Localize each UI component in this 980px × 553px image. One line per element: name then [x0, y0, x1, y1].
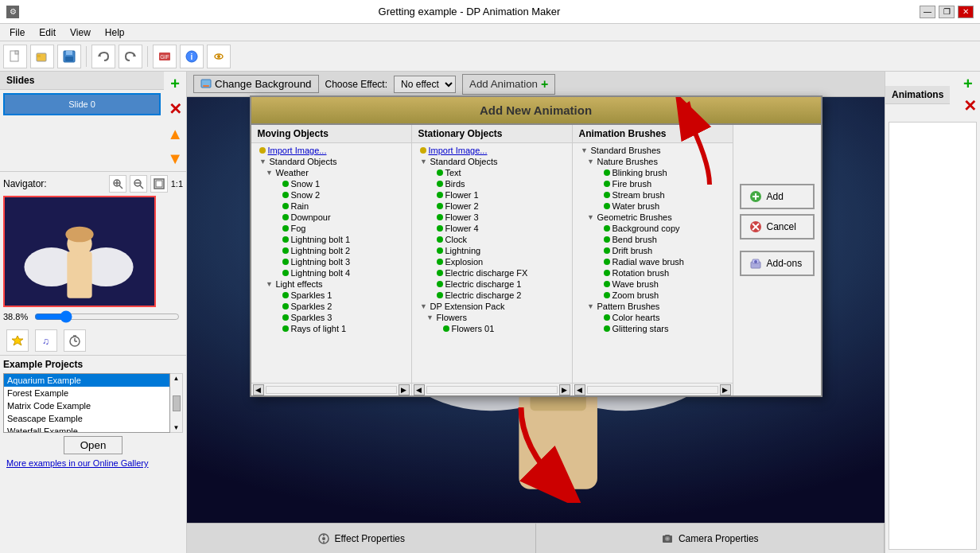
menu-help[interactable]: Help: [99, 25, 131, 40]
blinking-brush-item[interactable]: Blinking brush: [574, 167, 731, 178]
stream-brush-item[interactable]: Stream brush: [574, 189, 731, 201]
list-scroll-down[interactable]: ▼: [173, 424, 180, 431]
modal-cancel-button[interactable]: Cancel: [740, 214, 815, 240]
undo-button[interactable]: [91, 45, 115, 68]
radial-wave-item[interactable]: Radial wave brush: [574, 256, 731, 267]
h-scroll-left-stat[interactable]: ◀: [414, 384, 425, 395]
fire-brush-item[interactable]: Fire brush: [574, 178, 731, 189]
move-slide-down-button[interactable]: ▼: [167, 150, 183, 168]
rain-item[interactable]: Rain: [253, 201, 410, 212]
lightning-bolt-4-item[interactable]: Lightning bolt 4: [253, 267, 410, 278]
snow2-item[interactable]: Snow 2: [253, 189, 410, 201]
example-item-2[interactable]: Matrix Code Example: [4, 399, 169, 412]
h-scroll-right-stat[interactable]: ▶: [559, 384, 570, 395]
birds-item[interactable]: Birds: [414, 178, 570, 189]
modal-addons-button[interactable]: Add-ons: [740, 251, 815, 276]
flower1-item[interactable]: Flower 1: [414, 189, 570, 201]
h-scroll-right-moving[interactable]: ▶: [399, 384, 410, 395]
example-item-4[interactable]: Waterfall Example: [4, 425, 169, 433]
dp-ext-pack[interactable]: ▼ DP Extension Pack: [414, 301, 570, 312]
light-effects-group[interactable]: ▼ Light effects: [253, 278, 410, 290]
restore-button[interactable]: ❐: [939, 6, 955, 18]
weather-group[interactable]: ▼ Weather: [253, 167, 410, 178]
menu-edit[interactable]: Edit: [33, 25, 62, 40]
new-button[interactable]: [3, 45, 27, 68]
bg-copy-item[interactable]: Background copy: [574, 223, 731, 234]
menu-file[interactable]: File: [3, 25, 31, 40]
delete-animation-button[interactable]: ✕: [963, 96, 977, 115]
sparkles2-item[interactable]: Sparkles 2: [253, 301, 410, 312]
snow1-item[interactable]: Snow 1: [253, 178, 410, 189]
sparkles3-item[interactable]: Sparkles 3: [253, 312, 410, 323]
standard-brushes-group[interactable]: ▼ Standard Brushes: [574, 145, 731, 156]
music-button[interactable]: ♫: [35, 329, 57, 352]
redo-button[interactable]: [119, 45, 142, 68]
rays-item[interactable]: Rays of light 1: [253, 323, 410, 334]
example-item-3[interactable]: Seascape Example: [4, 412, 169, 425]
electric-fx-item[interactable]: Electric discharge FX: [414, 267, 570, 278]
pattern-brushes-group[interactable]: ▼ Pattern Brushes: [574, 301, 731, 312]
lightning-bolt-1-item[interactable]: Lightning bolt 1: [253, 234, 410, 245]
flowers-group[interactable]: ▼ Flowers: [414, 312, 570, 323]
water-brush-item[interactable]: Water brush: [574, 201, 731, 212]
drift-brush-item[interactable]: Drift brush: [574, 245, 731, 256]
gallery-link[interactable]: More examples in our Online Gallery: [3, 458, 152, 468]
h-scroll-left-moving[interactable]: ◀: [253, 384, 264, 395]
list-scroll-up[interactable]: ▲: [173, 375, 180, 382]
bend-brush-item[interactable]: Bend brush: [574, 234, 731, 245]
lightning-bolt-2-item[interactable]: Lightning bolt 2: [253, 245, 410, 256]
lightning-item[interactable]: Lightning: [414, 245, 570, 256]
electric2-item[interactable]: Electric discharge 2: [414, 290, 570, 301]
flower2-item[interactable]: Flower 2: [414, 201, 570, 212]
import-image-moving[interactable]: Import Image...: [253, 145, 410, 156]
geometric-brushes-group[interactable]: ▼ Geometric Brushes: [574, 212, 731, 223]
open-button[interactable]: [30, 45, 54, 68]
zoom-slider[interactable]: [34, 310, 180, 323]
close-button[interactable]: ✕: [958, 6, 974, 18]
flowers01-item[interactable]: Flowers 01: [414, 323, 570, 334]
clock-item[interactable]: Clock: [414, 234, 570, 245]
save-button[interactable]: [57, 45, 81, 68]
glittering-stars-item[interactable]: Glittering stars: [574, 323, 731, 334]
delete-slide-button[interactable]: ✕: [169, 99, 182, 119]
downpour-item[interactable]: Downpour: [253, 212, 410, 223]
flower3-item[interactable]: Flower 3: [414, 212, 570, 223]
timer-button[interactable]: [64, 329, 86, 352]
fog-item[interactable]: Fog: [253, 223, 410, 234]
color-hearts-item[interactable]: Color hearts: [574, 312, 731, 323]
sparkles1-item[interactable]: Sparkles 1: [253, 290, 410, 301]
settings-button[interactable]: [207, 45, 231, 68]
modal-add-button[interactable]: Add: [740, 184, 815, 209]
h-scroll-right-brush[interactable]: ▶: [720, 384, 731, 395]
explosion-item[interactable]: Explosion: [414, 256, 570, 267]
moving-objects-tree[interactable]: Import Image... ▼ Standard Objects ▼ Wea…: [251, 143, 411, 383]
menu-view[interactable]: View: [64, 25, 97, 40]
example-item-1[interactable]: Forest Example: [4, 387, 169, 399]
stationary-objects-tree[interactable]: Import Image... ▼ Standard Objects Text: [412, 143, 572, 383]
import-image-stationary[interactable]: Import Image...: [414, 145, 570, 156]
open-button[interactable]: Open: [64, 436, 123, 454]
text-item[interactable]: Text: [414, 167, 570, 178]
zoom-brush-item[interactable]: Zoom brush: [574, 290, 731, 301]
info-button[interactable]: i: [180, 45, 204, 68]
slide-0-thumb[interactable]: Slide 0: [3, 93, 161, 115]
rotation-brush-item[interactable]: Rotation brush: [574, 267, 731, 278]
fit-button[interactable]: [150, 175, 168, 193]
favorites-button[interactable]: [6, 329, 29, 352]
standard-objects-stationary[interactable]: ▼ Standard Objects: [414, 156, 570, 167]
export-button[interactable]: GIF: [153, 45, 177, 68]
add-animation-panel-button[interactable]: +: [963, 75, 977, 93]
standard-objects-moving[interactable]: ▼ Standard Objects: [253, 156, 410, 167]
electric1-item[interactable]: Electric discharge 1: [414, 278, 570, 290]
zoom-out-button[interactable]: [130, 175, 147, 193]
wave-brush-item[interactable]: Wave brush: [574, 278, 731, 290]
zoom-in-button[interactable]: [109, 175, 126, 193]
animation-brushes-tree[interactable]: ▼ Standard Brushes ▼ Nature Brushes: [573, 143, 733, 383]
lightning-bolt-3-item[interactable]: Lightning bolt 3: [253, 256, 410, 267]
move-slide-up-button[interactable]: ▲: [167, 125, 183, 143]
flower4-item[interactable]: Flower 4: [414, 223, 570, 234]
nature-brushes-group[interactable]: ▼ Nature Brushes: [574, 156, 731, 167]
minimize-button[interactable]: —: [920, 6, 935, 18]
add-slide-button[interactable]: +: [170, 75, 180, 93]
h-scroll-left-brush[interactable]: ◀: [574, 384, 585, 395]
